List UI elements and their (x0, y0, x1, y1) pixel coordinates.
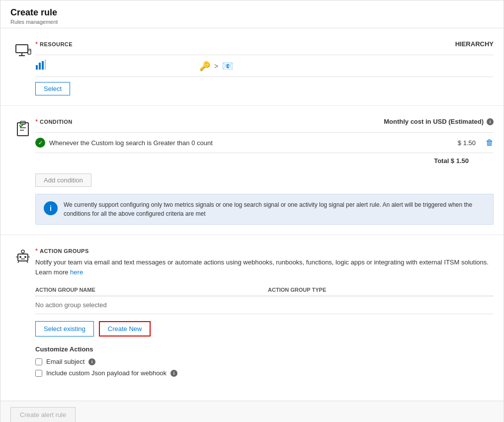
json-payload-row[interactable]: Include custom Json payload for webhook … (35, 369, 494, 377)
svg-rect-7 (42, 61, 44, 70)
total-cost-label: Total $ 1.50 (434, 157, 469, 165)
condition-row: ✓ Whenever the Custom log search is Grea… (35, 132, 494, 153)
chevron-icon: > (214, 62, 218, 70)
condition-section: * CONDITION Monthly cost in USD (Estimat… (0, 106, 504, 235)
svg-rect-6 (39, 63, 41, 70)
svg-rect-0 (16, 45, 28, 53)
customize-actions-title: Customize Actions (35, 345, 494, 353)
svg-rect-8 (45, 60, 46, 70)
resource-row: 🔑 > 📧 (35, 55, 494, 77)
condition-section-icon (10, 119, 35, 137)
email-subject-row[interactable]: Email subject i (35, 358, 494, 365)
main-content: * RESOURCE HIERARCHY (0, 28, 504, 401)
total-row: Total $ 1.50 (35, 153, 494, 169)
email-subject-checkbox[interactable] (35, 358, 42, 365)
json-payload-checkbox[interactable] (35, 370, 42, 377)
ag-empty-row: No action group selected (35, 296, 494, 314)
resource-chart-icon (35, 59, 46, 73)
cost-info-icon[interactable]: i (487, 118, 494, 125)
ag-header-row: ACTION GROUP NAME ACTION GROUP TYPE (35, 284, 494, 296)
action-groups-section: * ACTION GROUPS Notify your team via ema… (0, 235, 504, 391)
ag-empty-cell: No action group selected (35, 296, 494, 314)
condition-section-body: * CONDITION Monthly cost in USD (Estimat… (35, 118, 494, 225)
create-alert-rule-button[interactable]: Create alert rule (10, 407, 76, 422)
action-groups-table: ACTION GROUP NAME ACTION GROUP TYPE No a… (35, 284, 494, 314)
info-box-text: We currently support configuring only tw… (64, 200, 485, 218)
email-subject-label: Email subject (46, 358, 84, 365)
action-groups-header-row: * ACTION GROUPS (35, 247, 494, 254)
clipboard-icon (14, 119, 32, 137)
ag-table-header: ACTION GROUP NAME ACTION GROUP TYPE (35, 284, 494, 296)
select-existing-button[interactable]: Select existing (35, 321, 94, 337)
add-condition-button[interactable]: Add condition (35, 173, 91, 187)
condition-cost-value: $ 1.50 (458, 139, 486, 147)
page-header: Create rule Rules management (0, 0, 504, 28)
svg-rect-13 (18, 254, 28, 261)
condition-label: CONDITION (40, 119, 73, 125)
resource-header-row: * RESOURCE HIERARCHY (35, 40, 494, 48)
resource-section-body: * RESOURCE HIERARCHY (35, 40, 494, 95)
page-title: Create rule (10, 7, 494, 18)
ag-table-body: No action group selected (35, 296, 494, 314)
resource-section-icon (10, 41, 35, 59)
hierarchy-label: HIERARCHY (455, 40, 494, 48)
svg-point-16 (19, 256, 21, 258)
customize-actions: Customize Actions Email subject i Includ… (35, 345, 494, 377)
resource-required-star: * (35, 40, 38, 48)
ag-name-column-header: ACTION GROUP NAME (35, 284, 268, 296)
learn-more-link[interactable]: here (70, 268, 83, 276)
json-payload-info-icon[interactable]: i (170, 370, 177, 377)
action-groups-section-icon (10, 248, 35, 266)
breadcrumb: Rules management (10, 19, 494, 25)
svg-point-14 (21, 250, 24, 253)
hierarchy-email-icon: 📧 (222, 61, 233, 72)
condition-check-icon: ✓ (35, 138, 45, 148)
ag-required-star: * (35, 247, 38, 254)
info-icon: i (44, 201, 58, 215)
hierarchy-area: 🔑 > 📧 (199, 61, 233, 72)
resource-label: RESOURCE (40, 41, 73, 47)
resource-select-button[interactable]: Select (35, 82, 70, 95)
hierarchy-key-icon: 🔑 (199, 61, 210, 72)
monitor-icon (14, 41, 32, 59)
condition-text: ✓ Whenever the Custom log search is Grea… (35, 138, 458, 148)
action-groups-body: * ACTION GROUPS Notify your team via ema… (35, 247, 494, 381)
svg-rect-5 (36, 65, 38, 70)
action-groups-label: ACTION GROUPS (40, 248, 89, 254)
create-new-button[interactable]: Create New (99, 321, 151, 337)
page-footer: Create alert rule (0, 401, 504, 422)
action-groups-description: Notify your team via email and text mess… (35, 257, 494, 277)
condition-required-star: * (35, 118, 38, 125)
resource-section: * RESOURCE HIERARCHY (0, 28, 504, 106)
svg-point-17 (24, 256, 26, 258)
ag-type-column-header: ACTION GROUP TYPE (268, 284, 494, 296)
email-subject-info-icon[interactable]: i (88, 358, 95, 365)
monthly-cost-label: Monthly cost in USD (Estimated) i (384, 118, 494, 125)
delete-condition-icon[interactable]: 🗑 (486, 138, 494, 147)
page-wrapper: Create rule Rules management * RESOURCE (0, 0, 504, 422)
condition-header-row: * CONDITION Monthly cost in USD (Estimat… (35, 118, 494, 125)
condition-info-box: i We currently support configuring only … (35, 194, 494, 225)
json-payload-label: Include custom Json payload for webhook (46, 369, 167, 377)
action-groups-buttons: Select existing Create New (35, 321, 494, 337)
robot-icon (14, 248, 32, 266)
